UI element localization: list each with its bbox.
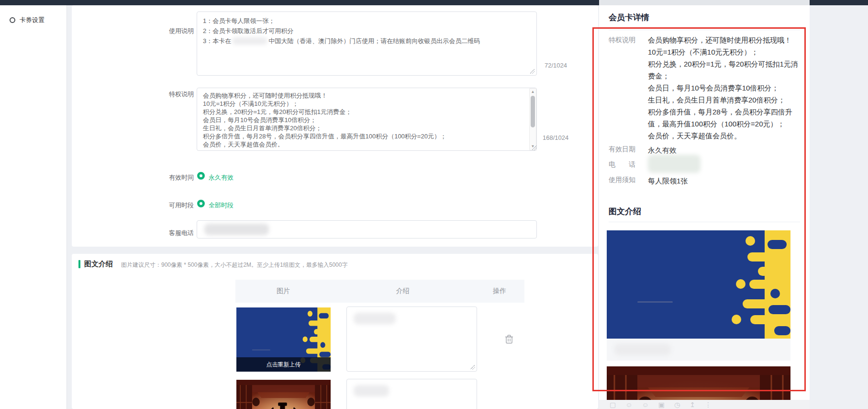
- app-screen: 卡券设置 使用说明 1：会员卡每人限领一张； 2：会员卡领取激活后才可用积分 3…: [0, 0, 868, 409]
- editor-toolbar-strip: ▢ ☺ ☺ ▣ ◷ ↥ ⋮: [599, 400, 810, 409]
- delete-row-trash-icon[interactable]: [505, 334, 513, 344]
- period-label: 可用时段: [169, 201, 194, 210]
- validity-radio-selected[interactable]: [197, 172, 205, 180]
- reupload-overlay[interactable]: 点击重新上传: [236, 357, 331, 372]
- scrollbar-thumb[interactable]: [531, 96, 535, 127]
- redacted-phone-blur: [204, 224, 269, 235]
- preview-image-1: [607, 230, 790, 339]
- preview-privilege-value: 会员购物享积分，还可随时使用积分抵现哦！ 10元=1积分（不满10元无积分）； …: [648, 34, 804, 142]
- preview-title: 会员卡详情: [609, 12, 649, 23]
- redacted-brand-blur: [232, 37, 267, 45]
- gallery-row2-image[interactable]: [236, 380, 331, 409]
- sidebar-item-card-settings[interactable]: 卡券设置: [10, 16, 45, 24]
- phone-label: 客服电话: [169, 229, 194, 238]
- gallery-row2-intro-textarea[interactable]: [346, 379, 477, 409]
- preview-image-2: [607, 366, 790, 400]
- textarea-scrollbar[interactable]: ▲ ▼: [529, 88, 536, 150]
- preview-panel: 会员卡详情 特权说明 会员购物享积分，还可随时使用积分抵现哦！ 10元=1积分（…: [599, 5, 810, 409]
- gallery-section-hint: 图片建议尺寸：900像素 * 500像素，大小不超过2M。至少上传1组图文，最多…: [121, 261, 347, 269]
- resize-handle-icon[interactable]: [470, 365, 475, 370]
- validity-option-label[interactable]: 永久有效: [209, 173, 234, 182]
- column-action: 操作: [475, 287, 524, 295]
- resize-handle-icon[interactable]: [532, 146, 537, 150]
- form-card: 使用说明 1：会员卡每人限领一张； 2：会员卡领取激活后才可用积分 3：本卡在中…: [72, 5, 598, 247]
- redacted-intro-blur: [354, 385, 389, 397]
- preview-image-caption: [607, 339, 790, 361]
- scroll-up-icon[interactable]: ▲: [530, 89, 536, 95]
- resize-handle-icon[interactable]: [530, 69, 535, 74]
- preview-phone-label: 电 话: [609, 160, 635, 169]
- top-bar-panel-segment: [599, 0, 810, 5]
- usage-char-counter: 72/1024: [545, 62, 567, 69]
- period-radio-selected[interactable]: [197, 200, 205, 207]
- usage-line-2: 2：会员卡领取激活后才可用积分: [203, 26, 531, 36]
- gallery-section-title: 图文介绍: [84, 260, 113, 269]
- emoji-icon: ☺: [642, 401, 649, 409]
- privilege-char-counter: 168/1024: [543, 134, 568, 141]
- preview-privilege-label: 特权说明: [609, 36, 635, 45]
- gallery-row1-intro-textarea[interactable]: [346, 307, 477, 372]
- usage-label: 使用说明: [169, 27, 194, 35]
- column-image: 图片: [235, 287, 331, 295]
- divider: [609, 222, 800, 222]
- emoji-icon: ☺: [625, 401, 632, 409]
- clock-icon: ◷: [674, 401, 680, 409]
- preview-gallery-title: 图文介绍: [609, 206, 641, 217]
- redacted-caption-blur: [614, 344, 671, 355]
- privilege-label: 特权说明: [169, 90, 194, 99]
- preview-notice-value: 每人限领1张: [648, 175, 688, 187]
- gallery-table-header: 图片 介绍 操作: [235, 280, 524, 303]
- usage-line-3: 3：本卡在中国大陆（香港、澳门除外）门店使用；请在结账前向收银员出示会员二维码: [203, 36, 531, 46]
- preview-validity-label: 有效日期: [609, 145, 635, 154]
- gallery-row1-image[interactable]: 点击重新上传: [236, 307, 331, 372]
- upload-icon: ↥: [690, 401, 695, 409]
- redacted-phone-blur: [648, 155, 701, 173]
- divider: [609, 30, 800, 30]
- section-accent-bar: [78, 260, 80, 268]
- period-option-label[interactable]: 全部时段: [209, 201, 234, 210]
- usage-line-1: 1：会员卡每人限领一张；: [203, 16, 531, 26]
- sidebar-item-label: 卡券设置: [20, 16, 45, 24]
- validity-label: 有效时间: [169, 173, 194, 182]
- checkbox-icon: ▢: [610, 401, 616, 409]
- circle-icon: [10, 17, 15, 23]
- preview-notice-label: 使用须知: [609, 176, 635, 184]
- redacted-intro-blur: [354, 313, 396, 324]
- privilege-textarea[interactable]: 会员购物享积分，还可随时使用积分抵现哦！ 10元=1积分（不满10元无积分）； …: [197, 88, 537, 151]
- usage-textarea[interactable]: 1：会员卡每人限领一张； 2：会员卡领取激活后才可用积分 3：本卡在中国大陆（香…: [197, 11, 537, 76]
- sidebar: 卡券设置: [0, 5, 67, 409]
- image-icon: ▣: [658, 401, 665, 409]
- more-icon: ⋮: [705, 401, 712, 409]
- gallery-card: 图文介绍 图片建议尺寸：900像素 * 500像素，大小不超过2M。至少上传1组…: [72, 254, 598, 409]
- editor-toolbar-icons: ▢ ☺ ☺ ▣ ◷ ↥ ⋮: [610, 401, 712, 409]
- column-intro: 介绍: [331, 287, 475, 295]
